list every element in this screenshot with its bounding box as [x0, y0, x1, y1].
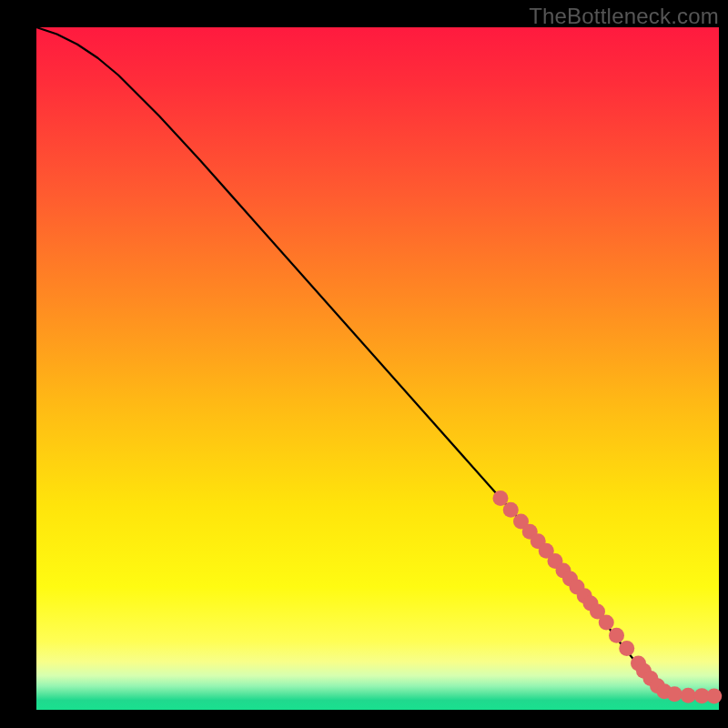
plot-area: [36, 27, 719, 710]
chart-frame: TheBottleneck.com: [0, 0, 728, 728]
data-point: [503, 502, 519, 518]
data-point: [609, 628, 624, 643]
chart-svg: [36, 27, 719, 710]
data-point: [493, 490, 509, 506]
data-point: [681, 688, 696, 703]
watermark-text: TheBottleneck.com: [529, 4, 719, 29]
marker-group: [493, 490, 723, 704]
data-point: [619, 641, 634, 656]
data-point: [667, 686, 682, 702]
curve-line: [36, 27, 719, 696]
data-point: [706, 689, 722, 704]
data-point: [599, 615, 614, 631]
